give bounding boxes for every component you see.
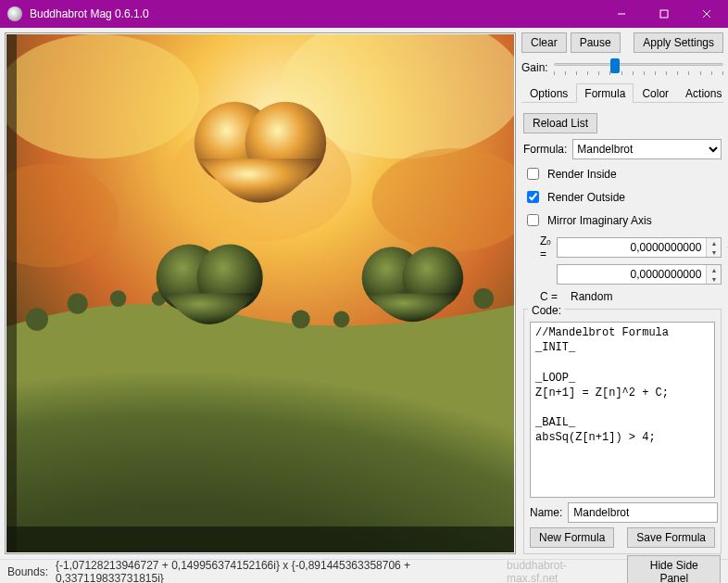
render-inside-label[interactable]: Render Inside <box>547 168 617 181</box>
z0-real-spin[interactable]: ▲▼ <box>557 237 722 258</box>
c-value: Random <box>571 290 612 303</box>
formula-select-row: Formula: Mandelbrot <box>523 139 722 159</box>
z0-imag-input[interactable] <box>558 265 706 284</box>
pause-button[interactable]: Pause <box>571 32 621 53</box>
z0-grid: Z₀ = ▲▼ + ▲▼ i <box>540 234 722 285</box>
mirror-checkbox[interactable] <box>527 214 539 226</box>
save-formula-button[interactable]: Save Formula <box>627 527 715 548</box>
bounds-value: {-1,07128213946727 + 0,149956374152166i}… <box>56 559 492 584</box>
render-inside-checkbox[interactable] <box>527 168 539 180</box>
svg-point-13 <box>292 310 310 328</box>
svg-rect-20 <box>6 34 17 552</box>
window-buttons <box>600 0 728 28</box>
maximize-button[interactable] <box>643 0 685 28</box>
code-group: Code: Name: New Formula Save Formula <box>523 309 722 554</box>
formula-select[interactable]: Mandelbrot <box>572 139 722 159</box>
client-area: Clear Pause Apply Settings Gain: Options… <box>0 28 728 559</box>
code-textarea[interactable] <box>530 322 715 498</box>
bounds-label: Bounds: <box>7 565 48 578</box>
render-outside-row: Render Outside <box>523 188 722 206</box>
render-outside-checkbox[interactable] <box>527 191 539 203</box>
statusbar: Bounds: {-1,07128213946727 + 0,149956374… <box>0 559 728 583</box>
minimize-button[interactable] <box>600 0 643 28</box>
formula-buttons: New Formula Save Formula <box>530 527 715 548</box>
render-viewport[interactable] <box>5 32 516 554</box>
gain-row: Gain: <box>521 57 723 78</box>
name-row: Name: <box>530 502 715 523</box>
render-inside-row: Render Inside <box>523 165 722 183</box>
z0-real-up[interactable]: ▲ <box>707 238 721 247</box>
tab-color[interactable]: Color <box>634 83 677 103</box>
c-row: C = Random <box>540 290 722 303</box>
side-panel: Clear Pause Apply Settings Gain: Options… <box>521 32 723 554</box>
fractal-canvas <box>6 34 514 552</box>
name-input[interactable] <box>568 502 718 523</box>
mirror-label[interactable]: Mirror Imaginary Axis <box>547 214 652 227</box>
hide-side-panel-button[interactable]: Hide Side Panel <box>627 555 721 584</box>
name-label: Name: <box>530 506 562 519</box>
render-outside-label[interactable]: Render Outside <box>547 191 625 204</box>
c-label: C = <box>540 290 558 303</box>
close-button[interactable] <box>685 0 728 28</box>
clear-button[interactable]: Clear <box>521 32 567 53</box>
render-column <box>5 32 516 554</box>
reload-list-button[interactable]: Reload List <box>523 113 597 133</box>
svg-point-9 <box>26 308 48 331</box>
z0-real-down[interactable]: ▼ <box>707 247 721 257</box>
z0-label: Z₀ = <box>540 234 551 260</box>
mirror-row: Mirror Imaginary Axis <box>523 211 722 229</box>
svg-point-10 <box>68 294 88 314</box>
z0-imag-down[interactable]: ▼ <box>707 274 721 284</box>
z0-imag-spin[interactable]: ▲▼ <box>557 264 722 285</box>
new-formula-button[interactable]: New Formula <box>530 527 614 548</box>
z0-imag-up[interactable]: ▲ <box>707 265 721 274</box>
z0-real-input[interactable] <box>558 238 706 257</box>
svg-point-14 <box>333 311 350 328</box>
project-url: buddhabrot-max.sf.net <box>507 559 610 584</box>
svg-rect-0 <box>660 10 668 18</box>
window-title: Buddhabrot Mag 0.6.1.0 <box>30 7 600 20</box>
tabstrip: Options Formula Color Actions <box>521 82 723 103</box>
maximize-icon <box>659 9 669 19</box>
gain-label: Gain: <box>521 61 548 74</box>
svg-point-11 <box>110 290 127 307</box>
svg-rect-21 <box>6 526 514 552</box>
svg-point-15 <box>473 288 494 309</box>
tab-options[interactable]: Options <box>521 83 576 103</box>
top-button-row: Clear Pause Apply Settings <box>521 32 723 53</box>
formula-label: Formula: <box>523 143 567 156</box>
titlebar: Buddhabrot Mag 0.6.1.0 <box>0 0 728 28</box>
code-legend: Code: <box>528 304 565 317</box>
app-icon <box>7 6 22 21</box>
apply-settings-button[interactable]: Apply Settings <box>634 32 723 53</box>
tab-actions[interactable]: Actions <box>677 83 728 103</box>
gain-slider[interactable] <box>554 57 723 78</box>
minimize-icon <box>617 9 626 19</box>
tab-formula-body: Reload List Formula: Mandelbrot Render I… <box>521 108 723 554</box>
close-icon <box>702 9 711 19</box>
tab-formula[interactable]: Formula <box>576 83 634 103</box>
